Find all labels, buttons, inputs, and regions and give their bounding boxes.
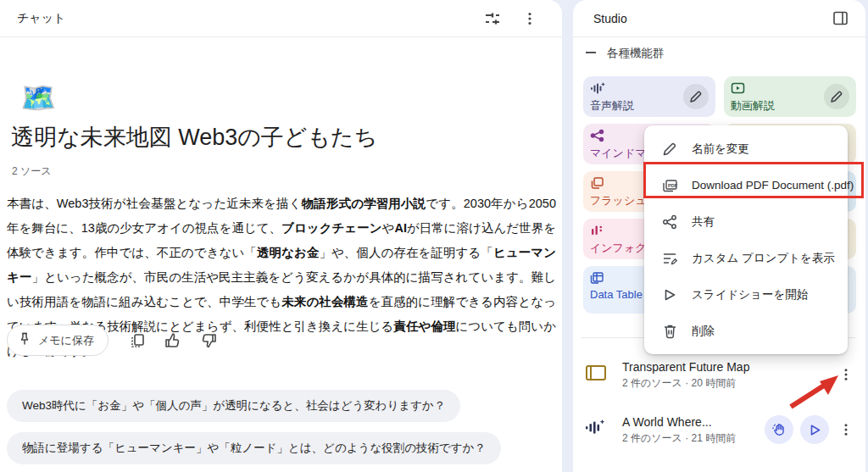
menu-item-delete[interactable]: 削除 [644, 313, 848, 349]
artifact-row-transparent-future-map[interactable]: Transparent Future Map 2 件のソース · 20 時間前 [585, 360, 856, 391]
thumb-up-icon[interactable] [163, 330, 183, 351]
more-vert-icon[interactable] [520, 8, 540, 29]
feedback-icons [127, 330, 219, 351]
note-title: 透明な未来地図 Web3の子どもたち [11, 122, 377, 153]
artifact-title: Transparent Future Map [622, 360, 836, 374]
menu-item-download-pdf[interactable]: PDF Download PDF Document (.pdf) [644, 167, 848, 203]
chat-header-icons [482, 8, 548, 29]
artifact-meta: 2 件のソース · 20 時間前 [622, 376, 836, 391]
chat-title: チャット [17, 11, 65, 26]
menu-item-rename[interactable]: 名前を変更 [644, 130, 848, 167]
note-actions-row: メモに保存 [7, 325, 219, 356]
suggested-question-chip[interactable]: Web3時代に「お金」や「個人の声」が透明になると、社会はどう変わりますか？ [7, 390, 460, 422]
menu-item-start-slideshow[interactable]: スライドショーを開始 [644, 276, 848, 313]
card-audio-overview[interactable]: 音声解説 [583, 76, 715, 117]
artifact-row-a-world-where[interactable]: A World Where... 2 件のソース · 21 時間前 [585, 415, 856, 446]
play-outline-icon [661, 288, 678, 302]
artifact-more-vert-icon[interactable] [836, 360, 856, 389]
save-to-note-button[interactable]: メモに保存 [7, 325, 108, 356]
menu-item-show-custom-prompt[interactable]: カスタム プロンプトを表示 [644, 240, 848, 276]
studio-panel: Studio 各種機能群 音声解説 [573, 0, 865, 472]
card-video-overview[interactable]: 動画解説 [724, 76, 856, 117]
studio-title: Studio [593, 12, 627, 25]
slideshow-icon [585, 364, 610, 386]
chat-panel: チャット 🗺️ 透明な未来地図 Web3の子どもたち 2 ソース 本書は、Web… [0, 0, 562, 472]
studio-header: Studio [573, 0, 865, 37]
suggested-questions: Web3時代に「お金」や「個人の声」が透明になると、社会はどう変わりますか？ 物… [7, 390, 501, 464]
interactive-mode-hand-icon[interactable] [765, 415, 793, 444]
thumb-down-icon[interactable] [198, 330, 219, 351]
artifact-text: Transparent Future Map 2 件のソース · 20 時間前 [610, 360, 836, 391]
share-icon [661, 214, 678, 230]
menu-item-share[interactable]: 共有 [644, 203, 848, 240]
artifact-more-vert-icon[interactable] [836, 415, 856, 444]
tune-icon[interactable] [482, 8, 503, 29]
note-map-emoji: 🗺️ [20, 83, 56, 112]
collapse-dash-icon[interactable] [585, 47, 597, 61]
audio-waveform-icon [585, 419, 610, 439]
play-icon[interactable] [800, 415, 829, 444]
section-label-text: 各種機能群 [607, 46, 665, 61]
custom-prompt-icon [661, 251, 678, 266]
menu-item-label: 共有 [692, 214, 715, 230]
edit-pencil-icon[interactable] [824, 84, 849, 109]
artifact-actions [765, 415, 856, 444]
menu-item-label: カスタム プロンプトを表示 [692, 251, 835, 266]
artifact-context-menu: 名前を変更 PDF Download PDF Document (.pdf) 共… [644, 125, 848, 354]
artifact-actions [836, 360, 856, 389]
save-to-note-label: メモに保存 [38, 333, 94, 348]
suggested-question-chip[interactable]: 物語に登場する「ヒューマンキー」や「粒ノード」とは、どのような役割の技術ですか？ [7, 432, 501, 464]
section-label-features: 各種機能群 [585, 46, 665, 61]
studio-header-icons [830, 8, 852, 29]
trash-icon [661, 324, 678, 339]
artifact-title: A World Where... [622, 415, 765, 429]
copy-icon[interactable] [127, 330, 147, 351]
artifact-text: A World Where... 2 件のソース · 21 時間前 [610, 415, 765, 446]
menu-item-label: Download PDF Document (.pdf) [692, 179, 854, 192]
edit-pencil-icon[interactable] [683, 84, 709, 109]
note-source-count: 2 ソース [12, 164, 52, 179]
collapse-panel-icon[interactable] [830, 8, 850, 29]
pdf-document-icon: PDF [661, 178, 678, 193]
artifact-meta: 2 件のソース · 21 時間前 [622, 431, 765, 446]
pin-icon [18, 332, 31, 348]
menu-item-label: 名前を変更 [692, 142, 749, 157]
rename-pencil-icon [661, 142, 678, 157]
menu-item-label: スライドショーを開始 [692, 287, 808, 303]
chat-header: チャット [0, 0, 562, 37]
menu-item-label: 削除 [692, 324, 715, 339]
svg-text:PDF: PDF [668, 182, 678, 187]
